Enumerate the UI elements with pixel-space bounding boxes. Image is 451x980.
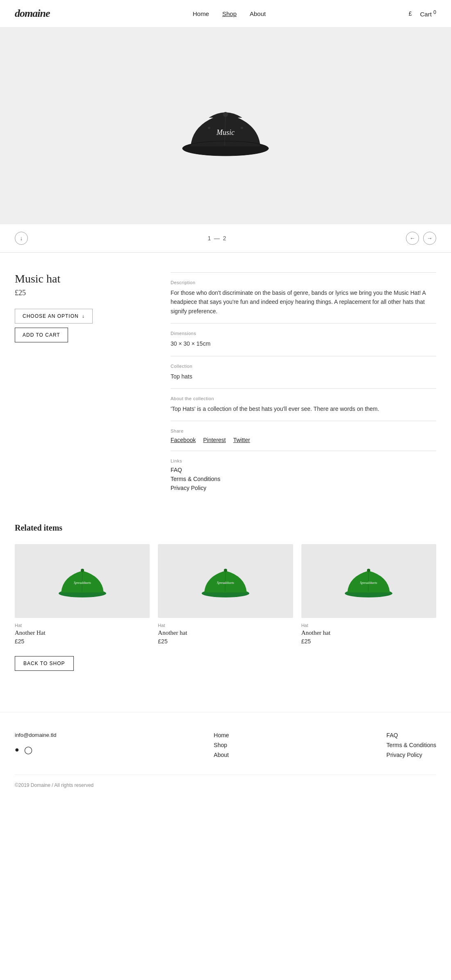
svg-text:Spreadsheets: Spreadsheets — [360, 581, 377, 585]
description-section: Description For those who don't discrimi… — [171, 272, 436, 323]
facebook-icon[interactable]: ● — [15, 745, 19, 754]
product-price: £25 — [15, 289, 138, 297]
product-image: Music — [172, 85, 279, 167]
related-category-1: Hat — [15, 623, 150, 628]
footer-shop-link[interactable]: Shop — [214, 742, 229, 748]
currency-symbol: £ — [409, 10, 412, 17]
instagram-icon[interactable]: ◯ — [24, 745, 32, 754]
svg-text:Spreadsheets: Spreadsheets — [74, 581, 91, 585]
related-title: Related items — [15, 523, 436, 533]
related-grid: Spreadsheets Hat Another Hat £25 Spreads… — [15, 544, 436, 645]
dimensions-section: Dimensions 30 × 30 × 15cm — [171, 323, 436, 356]
svg-point-4 — [208, 127, 210, 129]
add-to-cart-button[interactable]: ADD TO CART — [15, 328, 68, 342]
footer-home-link[interactable]: Home — [214, 732, 229, 738]
share-label: Share — [171, 428, 436, 433]
about-collection-section: About the collection 'Top Hats' is a col… — [171, 388, 436, 421]
links-section: Links FAQ Terms & Conditions Privacy Pol… — [171, 451, 436, 499]
related-price-2: £25 — [158, 638, 293, 645]
related-name-3: Another hat — [301, 629, 436, 636]
footer-top: info@domaine.tld ● ◯ Home Shop About FAQ… — [15, 732, 436, 758]
footer: info@domaine.tld ● ◯ Home Shop About FAQ… — [0, 712, 451, 798]
product-right: Description For those who don't discrimi… — [154, 272, 436, 499]
related-category-3: Hat — [301, 623, 436, 628]
nav-home[interactable]: Home — [193, 10, 209, 17]
prev-slide-btn[interactable]: ← — [406, 232, 419, 245]
related-category-2: Hat — [158, 623, 293, 628]
related-section: Related items Spreadsheets Hat Another H… — [0, 499, 451, 687]
scroll-down-btn[interactable]: ↓ — [15, 232, 28, 245]
hero-section: Music — [0, 27, 451, 224]
carousel-nav: ← → — [406, 232, 436, 245]
footer-email: info@domaine.tld — [15, 732, 56, 738]
dimensions-label: Dimensions — [171, 331, 436, 336]
footer-legal-col: FAQ Terms & Conditions Privacy Policy — [387, 732, 436, 758]
share-facebook[interactable]: Facebook — [171, 437, 196, 443]
footer-nav-col: Home Shop About — [214, 732, 229, 758]
footer-about-link[interactable]: About — [214, 752, 229, 758]
share-twitter[interactable]: Twitter — [233, 437, 250, 443]
dimensions-value: 30 × 30 × 15cm — [171, 339, 436, 348]
nav-about[interactable]: About — [250, 10, 266, 17]
choose-option-button[interactable]: CHOOSE AN OPTION ↓ — [15, 309, 93, 324]
description-label: Description — [171, 280, 436, 285]
related-item-image-1: Spreadsheets — [15, 544, 150, 618]
footer-terms-link[interactable]: Terms & Conditions — [387, 742, 436, 748]
links-list: FAQ Terms & Conditions Privacy Policy — [171, 467, 436, 491]
list-item[interactable]: Spreadsheets Hat Another Hat £25 — [15, 544, 150, 645]
footer-social-icons: ● ◯ — [15, 745, 56, 754]
product-left: Music hat £25 CHOOSE AN OPTION ↓ ADD TO … — [15, 272, 154, 499]
carousel-indicator: 1 — 2 — [207, 235, 226, 242]
list-item[interactable]: Spreadsheets Hat Another hat £25 — [158, 544, 293, 645]
footer-faq-link[interactable]: FAQ — [387, 732, 436, 738]
description-text: For those who don't discriminate on the … — [171, 288, 436, 316]
nav-shop[interactable]: Shop — [222, 10, 237, 17]
share-links: Facebook Pinterest Twitter — [171, 437, 436, 443]
about-collection-label: About the collection — [171, 396, 436, 401]
link-terms[interactable]: Terms & Conditions — [171, 476, 436, 482]
product-section: Music hat £25 CHOOSE AN OPTION ↓ ADD TO … — [0, 253, 451, 499]
related-price-3: £25 — [301, 638, 436, 645]
related-name-1: Another Hat — [15, 629, 150, 636]
about-collection-text: 'Top Hats' is a collection of the best h… — [171, 404, 436, 413]
footer-privacy-link[interactable]: Privacy Policy — [387, 752, 436, 758]
product-title: Music hat — [15, 272, 138, 285]
related-item-image-2: Spreadsheets — [158, 544, 293, 618]
svg-text:Spreadsheets: Spreadsheets — [217, 581, 234, 585]
nav-right: £ Cart 0 — [409, 9, 436, 18]
collection-label: Collection — [171, 364, 436, 369]
svg-text:Music: Music — [216, 128, 235, 137]
svg-point-5 — [241, 127, 243, 129]
share-section: Share Facebook Pinterest Twitter — [171, 421, 436, 451]
collection-value: Top hats — [171, 372, 436, 381]
links-label: Links — [171, 458, 436, 463]
next-slide-btn[interactable]: → — [423, 232, 436, 245]
footer-copyright: ©2019 Domaine / All rights reserved — [15, 775, 436, 788]
link-privacy[interactable]: Privacy Policy — [171, 485, 436, 491]
chevron-down-icon: ↓ — [82, 313, 85, 319]
nav-links: Home Shop About — [193, 10, 266, 17]
carousel-bar: ↓ 1 — 2 ← → — [0, 224, 451, 253]
related-price-1: £25 — [15, 638, 150, 645]
link-faq[interactable]: FAQ — [171, 467, 436, 473]
logo[interactable]: domaine — [15, 7, 50, 20]
footer-contact-col: info@domaine.tld ● ◯ — [15, 732, 56, 758]
related-name-2: Another hat — [158, 629, 293, 636]
back-to-shop-button[interactable]: BACK TO SHOP — [15, 656, 74, 671]
share-pinterest[interactable]: Pinterest — [203, 437, 226, 443]
related-item-image-3: Spreadsheets — [301, 544, 436, 618]
cart-link[interactable]: Cart 0 — [420, 9, 436, 18]
list-item[interactable]: Spreadsheets Hat Another hat £25 — [301, 544, 436, 645]
collection-section: Collection Top hats — [171, 356, 436, 388]
navigation: domaine Home Shop About £ Cart 0 — [0, 0, 451, 27]
